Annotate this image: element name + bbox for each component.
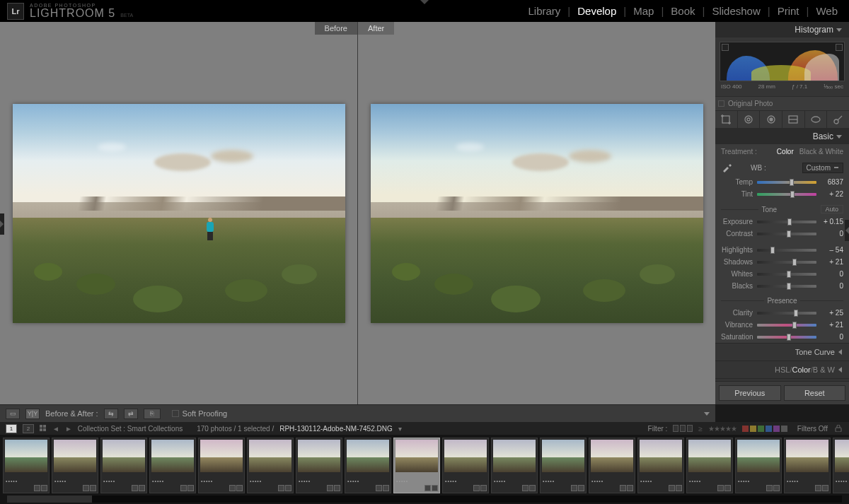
whites-slider[interactable]	[757, 273, 816, 276]
flag-filter[interactable]	[673, 425, 693, 432]
hsl-header[interactable]: HSL / Color / B & W	[715, 361, 849, 378]
after-photo	[371, 104, 703, 323]
redeye-tool[interactable]	[760, 111, 782, 128]
filmstrip-thumb[interactable]: •••••	[491, 438, 538, 493]
nav-fwd-button[interactable]: ►	[65, 425, 72, 433]
filmstrip-thumb[interactable]: •••••	[393, 438, 440, 493]
breadcrumb-collection[interactable]: Collection Set : Smart Collections	[78, 425, 183, 433]
treatment-row: Treatment : Color Black & White	[715, 144, 849, 159]
filmstrip-thumb[interactable]: •••••	[833, 438, 849, 493]
soft-proofing-toggle[interactable]: Soft Proofing	[172, 409, 228, 418]
filmstrip-thumb[interactable]: •••••	[149, 438, 196, 493]
viewer-toolbar: ▭ Y|Y Before & After : ⇆ ⇄ ⎘ Soft Proofi…	[0, 404, 715, 422]
module-book[interactable]: Book	[666, 5, 699, 17]
treatment-color[interactable]: Color	[777, 148, 794, 156]
tint-slider[interactable]	[757, 193, 816, 196]
filter-lock-icon[interactable]	[833, 425, 843, 432]
filmstrip-thumb[interactable]: •••••	[296, 438, 342, 493]
filmstrip-thumb[interactable]: •••••	[735, 438, 782, 493]
svg-point-2	[747, 118, 750, 121]
current-filename[interactable]: RPH-130112-Adobe-NM-7452.DNG	[279, 425, 393, 433]
blacks-slider[interactable]	[757, 285, 816, 288]
top-panel-handle[interactable]	[420, 0, 429, 4]
module-picker: Library| Develop| Map| Book| Slideshow| …	[524, 5, 842, 17]
filmstrip-thumb[interactable]: •••••	[637, 438, 684, 493]
filmstrip-thumb[interactable]: •••••	[784, 438, 831, 493]
exposure-slider[interactable]	[757, 221, 816, 223]
svg-rect-12	[43, 428, 46, 431]
shadow-clip-indicator[interactable]	[722, 44, 729, 51]
svg-point-1	[745, 116, 752, 123]
basic-header[interactable]: Basic	[715, 129, 849, 144]
tint-row: Tint+ 22	[715, 188, 849, 200]
adjustment-brush-tool[interactable]	[827, 111, 849, 128]
color-filter[interactable]	[742, 426, 787, 432]
shadows-slider[interactable]	[757, 261, 816, 264]
original-photo-row[interactable]: Original Photo	[715, 96, 849, 110]
contrast-slider[interactable]	[757, 233, 816, 235]
copy-settings-button[interactable]: ⎘	[144, 409, 161, 419]
rating-filter[interactable]: ★★★★★	[708, 425, 737, 433]
histogram-header[interactable]: Histogram	[715, 22, 849, 37]
graduated-filter-tool[interactable]	[782, 111, 805, 128]
filmstrip-thumb[interactable]: •••••	[100, 438, 147, 493]
module-develop[interactable]: Develop	[573, 5, 620, 17]
filmstrip-thumb[interactable]: •••••	[345, 438, 391, 493]
module-print[interactable]: Print	[773, 5, 804, 17]
vibrance-slider[interactable]	[757, 324, 816, 327]
brand-beta-label: BETA	[120, 13, 133, 18]
wb-preset-select[interactable]: Custom	[802, 163, 843, 173]
temp-slider[interactable]	[757, 181, 816, 184]
filmstrip-thumb[interactable]: •••••	[247, 438, 294, 493]
tone-subheader: ToneAuto	[715, 203, 849, 216]
nav-back-button[interactable]: ◄	[52, 425, 59, 433]
copy-before-to-after-button[interactable]: ⇄	[124, 409, 138, 419]
filmstrip-thumb[interactable]: •••••	[442, 438, 489, 493]
saturation-slider[interactable]	[757, 336, 816, 339]
clarity-row: Clarity+ 25	[715, 307, 849, 319]
tone-curve-header[interactable]: Tone Curve	[715, 343, 849, 361]
filmstrip-thumb[interactable]: •••••	[52, 438, 98, 493]
wb-dropper-icon[interactable]	[721, 162, 732, 173]
compare-view-button[interactable]: Y|Y	[25, 409, 40, 419]
before-pane[interactable]: Before	[0, 22, 357, 404]
module-library[interactable]: Library	[524, 5, 565, 17]
wb-row: WB : Custom	[715, 159, 849, 176]
filmstrip-scrollbar[interactable]	[7, 496, 842, 503]
before-photo	[13, 104, 345, 323]
histogram-graph[interactable]	[720, 42, 845, 81]
reset-button[interactable]: Reset	[784, 385, 846, 401]
after-label: After	[358, 22, 394, 35]
filmstrip-thumb[interactable]: •••••	[198, 438, 245, 493]
module-slideshow[interactable]: Slideshow	[708, 5, 764, 17]
highlights-slider[interactable]	[757, 249, 816, 252]
spot-removal-tool[interactable]	[738, 111, 761, 128]
original-photo-checkbox[interactable]	[718, 100, 724, 107]
loupe-view-button[interactable]: ▭	[6, 409, 20, 419]
clarity-slider[interactable]	[757, 312, 816, 315]
toolbar-options-dropdown[interactable]	[704, 412, 710, 416]
filters-off-label[interactable]: Filters Off	[797, 425, 828, 433]
auto-tone-button[interactable]: Auto	[821, 205, 844, 213]
main-window-button[interactable]: 1	[6, 424, 17, 433]
second-window-button[interactable]: 2	[23, 424, 34, 433]
previous-button[interactable]: Previous	[719, 385, 781, 401]
right-panel-handle[interactable]	[845, 220, 849, 241]
left-panel-handle[interactable]	[0, 213, 4, 235]
module-web[interactable]: Web	[812, 5, 842, 17]
module-map[interactable]: Map	[629, 5, 658, 17]
filmstrip-thumb[interactable]: •••••	[686, 438, 733, 493]
filmstrip-thumb[interactable]: •••••	[3, 438, 50, 493]
filmstrip-thumb[interactable]: •••••	[540, 438, 587, 493]
grid-icon[interactable]	[40, 425, 47, 432]
after-pane[interactable]: After	[357, 22, 715, 404]
crop-tool[interactable]	[715, 111, 738, 128]
soft-proofing-checkbox[interactable]	[172, 410, 179, 417]
treatment-bw[interactable]: Black & White	[799, 148, 843, 156]
highlight-clip-indicator[interactable]	[836, 44, 843, 51]
swap-before-after-button[interactable]: ⇆	[104, 409, 118, 419]
radial-filter-tool[interactable]	[805, 111, 828, 128]
filmstrip-thumb[interactable]: •••••	[589, 438, 635, 493]
filmstrip: ••••••••••••••••••••••••••••••••••••••••…	[0, 435, 849, 504]
right-panel: Histogram ISO 400 28 mm ƒ / 7.1 ¹⁄₂₀₀ se…	[715, 22, 849, 404]
